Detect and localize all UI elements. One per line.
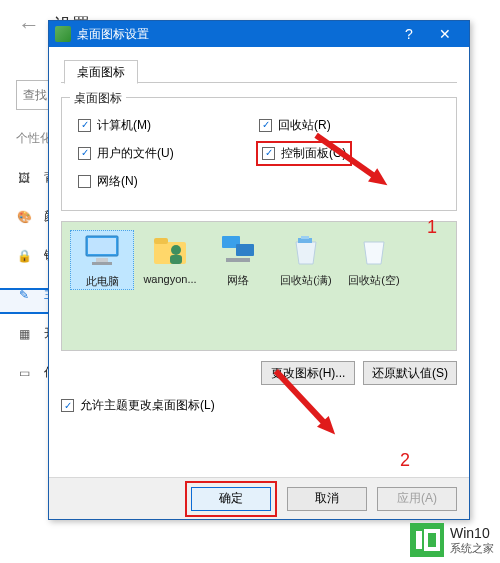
checkbox-label: 允许主题更改桌面图标(L) bbox=[80, 397, 215, 414]
palette-icon: 🎨 bbox=[16, 209, 32, 225]
svg-rect-3 bbox=[92, 262, 112, 265]
restore-defaults-button[interactable]: 还原默认值(S) bbox=[363, 361, 457, 385]
icon-user-files[interactable]: wangyon... bbox=[138, 230, 202, 290]
dialog-icon bbox=[55, 26, 71, 42]
taskbar-icon: ▭ bbox=[16, 365, 32, 381]
checkbox-icon bbox=[61, 399, 74, 412]
checkbox-icon bbox=[262, 147, 275, 160]
icon-recycle-empty[interactable]: 回收站(空) bbox=[342, 230, 406, 290]
icon-preview-box: 此电脑 wangyon... 网络 回收站(满) 回收站(空) bbox=[61, 221, 457, 351]
network-icon bbox=[216, 230, 260, 270]
help-button[interactable]: ? bbox=[391, 21, 427, 47]
ok-button[interactable]: 确定 bbox=[191, 487, 271, 511]
checkbox-icon bbox=[259, 119, 272, 132]
svg-rect-7 bbox=[170, 255, 182, 264]
checkbox-allow-theme[interactable]: 允许主题更改桌面图标(L) bbox=[61, 397, 457, 414]
icon-recycle-full[interactable]: 回收站(满) bbox=[274, 230, 338, 290]
back-icon[interactable]: ← bbox=[18, 12, 40, 38]
checkbox-label: 回收站(R) bbox=[278, 117, 331, 134]
annotation-number-1: 1 bbox=[427, 217, 437, 238]
pc-icon bbox=[80, 231, 124, 271]
highlight-control-panel: 控制面板(O) bbox=[256, 141, 352, 166]
svg-point-6 bbox=[171, 245, 181, 255]
svg-rect-13 bbox=[416, 531, 422, 549]
start-icon: ▦ bbox=[16, 326, 32, 342]
checkbox-icon bbox=[78, 119, 91, 132]
checkbox-computer[interactable]: 计算机(M) bbox=[78, 117, 259, 134]
icon-label: 回收站(满) bbox=[274, 273, 338, 288]
theme-icon: ✎ bbox=[16, 287, 32, 303]
svg-rect-1 bbox=[88, 238, 116, 254]
checkbox-control-panel[interactable]: 控制面板(O) bbox=[262, 145, 346, 162]
checkbox-icon bbox=[78, 147, 91, 160]
checkbox-label: 网络(N) bbox=[97, 173, 138, 190]
tabstrip: 桌面图标 bbox=[61, 55, 457, 83]
titlebar[interactable]: 桌面图标设置 ? ✕ bbox=[49, 21, 469, 47]
recycle-empty-icon bbox=[352, 230, 396, 270]
change-icon-button[interactable]: 更改图标(H)... bbox=[261, 361, 355, 385]
checkbox-recycle[interactable]: 回收站(R) bbox=[259, 117, 440, 134]
svg-rect-2 bbox=[96, 258, 108, 262]
svg-rect-14 bbox=[426, 531, 438, 549]
watermark: Win10 系统之家 bbox=[410, 523, 494, 557]
tab-desktop-icons[interactable]: 桌面图标 bbox=[64, 60, 138, 84]
highlight-ok: 确定 bbox=[185, 481, 277, 517]
icon-network[interactable]: 网络 bbox=[206, 230, 270, 290]
apply-button[interactable]: 应用(A) bbox=[377, 487, 457, 511]
svg-rect-10 bbox=[226, 258, 250, 262]
lock-icon: 🔒 bbox=[16, 248, 32, 264]
checkbox-icon bbox=[78, 175, 91, 188]
close-button[interactable]: ✕ bbox=[427, 21, 463, 47]
desktop-icon-settings-dialog: 桌面图标设置 ? ✕ 桌面图标 桌面图标 计算机(M) 回收站(R) 用户的文件… bbox=[48, 20, 470, 520]
checkbox-userfiles[interactable]: 用户的文件(U) bbox=[78, 145, 259, 162]
desktop-icons-group: 桌面图标 计算机(M) 回收站(R) 用户的文件(U) 控制面板(O) 网络(N… bbox=[61, 97, 457, 211]
checkbox-network[interactable]: 网络(N) bbox=[78, 173, 259, 190]
svg-rect-12 bbox=[301, 236, 309, 239]
cancel-button[interactable]: 取消 bbox=[287, 487, 367, 511]
watermark-logo bbox=[410, 523, 444, 557]
icon-label: 回收站(空) bbox=[342, 273, 406, 288]
recycle-full-icon bbox=[284, 230, 328, 270]
group-legend: 桌面图标 bbox=[70, 90, 126, 107]
dialog-title: 桌面图标设置 bbox=[77, 26, 149, 43]
svg-rect-5 bbox=[154, 238, 168, 244]
icon-label: wangyon... bbox=[138, 273, 202, 285]
icon-this-pc[interactable]: 此电脑 bbox=[70, 230, 134, 290]
checkbox-label: 用户的文件(U) bbox=[97, 145, 174, 162]
picture-icon: 🖼 bbox=[16, 170, 32, 186]
watermark-line1: Win10 bbox=[450, 525, 494, 541]
checkbox-label: 控制面板(O) bbox=[281, 145, 346, 162]
icon-label: 网络 bbox=[206, 273, 270, 288]
annotation-number-2: 2 bbox=[400, 450, 410, 471]
svg-rect-9 bbox=[236, 244, 254, 256]
dialog-button-row: 确定 取消 应用(A) bbox=[49, 477, 469, 519]
icon-label: 此电脑 bbox=[71, 274, 133, 289]
checkbox-label: 计算机(M) bbox=[97, 117, 151, 134]
folder-user-icon bbox=[148, 230, 192, 270]
watermark-line2: 系统之家 bbox=[450, 541, 494, 556]
